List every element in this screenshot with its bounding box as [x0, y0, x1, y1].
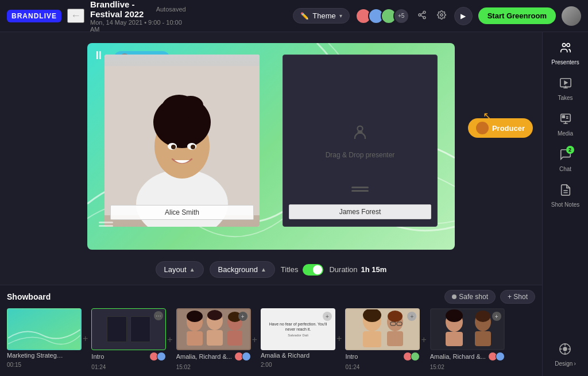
- svg-point-47: [446, 309, 463, 322]
- producer-badge[interactable]: Producer: [468, 118, 533, 138]
- pause-button[interactable]: ⏸: [93, 49, 105, 62]
- content-area: ↖ Producer ⏸: [0, 32, 542, 376]
- main-area: ↖ Producer ⏸: [0, 32, 588, 376]
- avatar-stack[interactable]: +5: [355, 8, 409, 24]
- thumb-image-3: +: [176, 308, 251, 350]
- svg-point-0: [423, 11, 425, 13]
- thumb-menu-icon[interactable]: ⋯: [154, 311, 163, 320]
- second-slot[interactable]: Drag & Drop presenter James Forest: [283, 55, 438, 227]
- chat-badge-count: 2: [566, 146, 574, 154]
- thumb-name-4: Amalia & Richard: [261, 352, 310, 359]
- thumbnail-5[interactable]: + Intro 01:24: [345, 308, 420, 371]
- header-title-block: Brandlive - Festival 2022 Autosaved Mon,…: [90, 0, 186, 33]
- svg-point-30: [187, 311, 203, 322]
- thumb-menu-icon-4[interactable]: +: [323, 312, 332, 321]
- svg-rect-53: [562, 115, 565, 119]
- thumbnail-strip: Marketing Strategy 2021 00:15 +: [7, 308, 535, 371]
- thumbnail-6[interactable]: + Amalia, Richard &... 15:02: [430, 308, 505, 371]
- toolbar: Layout ▲ Background ▲ Titles Duration 1h…: [0, 255, 542, 285]
- sidebar-item-media[interactable]: Media: [545, 108, 586, 141]
- theme-button[interactable]: ✏️ Theme ▾: [293, 8, 349, 24]
- greenroom-button[interactable]: Start Greenroom: [478, 7, 556, 24]
- stage-wrapper: ↖ Producer ⏸: [0, 32, 542, 255]
- thumb-image-1: [7, 308, 82, 350]
- thumb-image-6: +: [430, 308, 505, 350]
- thumb-label-6: Amalia, Richard &...: [430, 352, 505, 361]
- thumb-presenters-5: [405, 352, 420, 361]
- sidebar-item-presenters[interactable]: Presenters: [545, 37, 586, 70]
- chat-badge-container: 2: [559, 148, 572, 164]
- sidebar: Presenters Takes Media: [542, 32, 588, 376]
- layout-button[interactable]: Layout ▲: [156, 261, 204, 278]
- sidebar-item-takes[interactable]: Takes: [545, 72, 586, 106]
- thumb-item-5: + Intro 01:24 +: [345, 308, 425, 371]
- thumb-name-2: Intro: [91, 353, 104, 360]
- thumb-menu-icon-6[interactable]: +: [492, 312, 501, 321]
- svg-point-1: [419, 14, 421, 16]
- sidebar-item-design[interactable]: Design ›: [552, 338, 578, 371]
- svg-rect-46: [475, 331, 491, 346]
- sidebar-item-shot-notes[interactable]: Shot Notes: [545, 179, 586, 212]
- titles-toggle-switch[interactable]: [303, 264, 323, 276]
- thumb-presenters-2: [151, 352, 166, 361]
- svg-point-48: [475, 311, 490, 322]
- svg-rect-25: [187, 331, 203, 346]
- svg-point-50: [566, 44, 570, 47]
- svg-point-39: [388, 311, 403, 322]
- separator-1: +: [83, 334, 88, 344]
- thumb-item-1: Marketing Strategy 2021 00:15 +: [7, 308, 87, 369]
- showboard-title: Showboard: [7, 292, 51, 301]
- back-button[interactable]: ←: [67, 9, 84, 23]
- event-datetime: Mon, 14 May 2021 • 9:00 - 10:00 AM: [90, 19, 186, 33]
- thumbnail-4[interactable]: Have no fear of perfection. You'll never…: [261, 308, 335, 369]
- user-avatar[interactable]: [562, 6, 581, 26]
- svg-point-31: [207, 310, 222, 320]
- thumb-name-1: Marketing Strategy 2021: [7, 352, 64, 359]
- thumb-item-4: Have no fear of perfection. You'll never…: [261, 308, 341, 369]
- header-actions: ✏️ Theme ▾ +5 ▶ Start Greenroom: [293, 6, 581, 26]
- thumb-name-3: Amalia, Richard &...: [176, 353, 232, 360]
- thumb-image-5: +: [345, 308, 420, 350]
- thumb-label-1: Marketing Strategy 2021: [7, 352, 82, 359]
- svg-point-14: [178, 96, 203, 114]
- share-button[interactable]: [415, 8, 429, 24]
- duration-label: Duration: [329, 265, 357, 274]
- design-arrow-icon: ›: [574, 361, 575, 367]
- thumb-image-2: ⋯: [91, 308, 166, 350]
- settings-button[interactable]: [435, 8, 448, 24]
- sidebar-item-chat[interactable]: 2 Chat: [545, 144, 586, 177]
- duration-section: Duration 1h 15m: [329, 265, 386, 274]
- thumb-label-4: Amalia & Richard: [261, 352, 335, 359]
- thumbnail-2[interactable]: ⋯ Intro 01:24: [91, 308, 166, 371]
- thumbnail-3[interactable]: + Amalia, Richard &... 15:02: [176, 308, 251, 371]
- background-button[interactable]: Background ▲: [210, 261, 275, 278]
- thumbnail-1[interactable]: Marketing Strategy 2021 00:15: [7, 308, 82, 369]
- svg-rect-35: [363, 331, 381, 347]
- safe-shot-button[interactable]: Safe shot: [444, 290, 496, 304]
- thumb-menu-icon-3[interactable]: +: [238, 312, 247, 321]
- separator-3: +: [252, 335, 257, 345]
- svg-point-18: [191, 145, 195, 149]
- thumb-image-4: Have no fear of perfection. You'll never…: [261, 308, 335, 350]
- titles-toggle-group: Titles: [281, 264, 324, 276]
- svg-rect-37: [387, 331, 403, 346]
- showboard-actions: Safe shot + Shot: [444, 290, 535, 304]
- producer-avatar: [476, 122, 489, 134]
- play-button[interactable]: ▶: [454, 7, 473, 25]
- thumb-time-3: 15:02: [176, 364, 191, 370]
- header: BRANDLIVE ← Brandlive - Festival 2022 Au…: [0, 0, 588, 32]
- add-shot-button[interactable]: + Shot: [500, 290, 535, 304]
- duration-value: 1h 15m: [361, 265, 387, 274]
- presenter-photo-svg: [105, 55, 260, 227]
- thumb-presenters-6: [490, 352, 505, 361]
- layout-label: Layout: [164, 265, 187, 274]
- brandlive-logo: BRANDLIVE: [7, 10, 61, 22]
- svg-rect-29: [227, 331, 242, 346]
- autosaved-label: Autosaved: [156, 6, 186, 13]
- takes-icon: [559, 77, 572, 92]
- drag-drop-icon: [350, 122, 370, 146]
- avatar-count: +5: [393, 8, 409, 24]
- svg-rect-22: [8, 309, 80, 349]
- thumb-av-6b: [496, 352, 505, 361]
- presenter-image: [105, 55, 260, 227]
